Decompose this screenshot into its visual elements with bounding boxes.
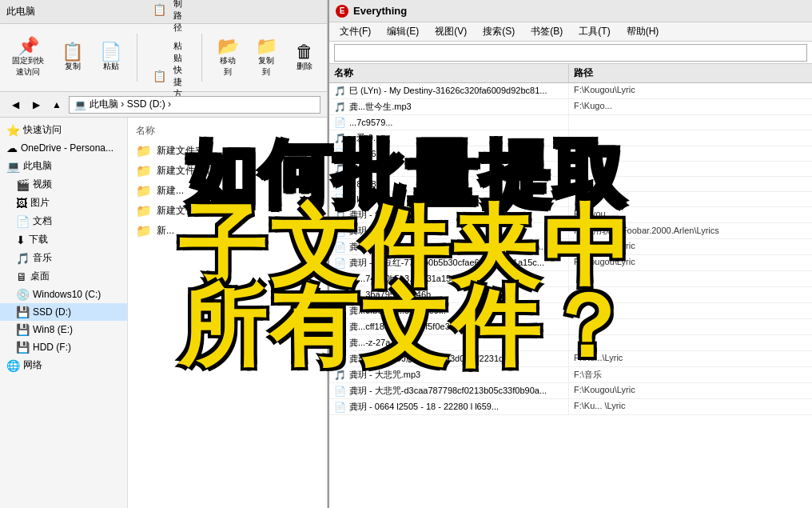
sidebar-item-downloads[interactable]: ⬇ 下载 — [0, 230, 127, 249]
copy-button[interactable]: 📋 复制 — [57, 39, 89, 76]
table-row[interactable]: 🎵龚玥 - 红豆红.mp3 F:\...you — [329, 207, 812, 223]
table-row[interactable]: 📄龚...-z-27a... — [329, 335, 812, 351]
sidebar-item-e-drive[interactable]: 💾 Win8 (E:) — [0, 321, 127, 338]
row-path — [569, 115, 812, 130]
copy-path-button[interactable]: 📋 复制路径 — [147, 0, 193, 36]
file-name: 新建... — [157, 184, 184, 198]
table-row[interactable]: 📄龚...9fb9863...54dd7e9... — [329, 303, 812, 319]
move-to-button[interactable]: 📂 移动到 — [212, 34, 244, 82]
delete-button[interactable]: 🗑 删除 — [289, 39, 320, 76]
table-row[interactable]: 📄...le.lrc — [329, 192, 812, 207]
table-row[interactable]: 🎵巳 (LYn) - My Destiny-31626c320fa6009d92… — [329, 83, 812, 99]
row-name: 📄龚玥 - 大悲咒-d3caa787798cf0213b05c33f0b90a.… — [329, 383, 569, 398]
file-item-3[interactable]: 📁 新建... — [131, 181, 324, 201]
file-type-icon: 🎵 — [334, 354, 346, 365]
row-name: 📄...8dd89... — [329, 177, 569, 191]
row-path: F:\Kougou\Lyric — [569, 239, 812, 254]
file-name: 新建文件夹 (2) — [157, 164, 219, 178]
menu-tools[interactable]: 工具(T) — [571, 22, 617, 41]
documents-icon: 📄 — [16, 215, 30, 228]
row-name: 🎵龚...世今生.mp3 — [329, 99, 569, 114]
move-to-label: 移动到 — [217, 55, 238, 78]
up-button[interactable]: ▲ — [48, 96, 66, 114]
file-item-2[interactable]: 📁 新建文件夹 (2) — [131, 161, 324, 181]
table-row[interactable]: 🎵...爱-0... — [329, 130, 812, 146]
sidebar-item-pictures[interactable]: 🖼 图片 — [0, 194, 127, 212]
table-row[interactable]: 📄龚...cff18c931...d78f5f0e37... — [329, 319, 812, 335]
sidebar-item-desktop[interactable]: 🖥 桌面 — [0, 267, 127, 286]
row-name: 📄...le.lrc — [329, 192, 569, 206]
explorer-body: ⭐ 快速访问 ☁ OneDrive - Persona... 💻 此电脑 🎬 视… — [0, 118, 327, 508]
table-header: 名称 路径 — [329, 64, 812, 83]
file-name: 新建文件夹... — [157, 204, 213, 218]
row-name: 📄龚玥 - 红豆红-7741b0b5b30cfae66cb3ad31a15c..… — [329, 255, 569, 270]
row-path — [569, 192, 812, 206]
table-row[interactable]: 📄...7c9579... — [329, 115, 812, 130]
row-name: 🎵巳 (LYn) - My Destiny-31626c320fa6009d92… — [329, 83, 569, 98]
row-path: F:\Kougou\Lyric — [569, 255, 812, 270]
row-name: 📄龚玥 - 0664 l2505 - 18 - 22280 l l659... — [329, 399, 569, 414]
back-button[interactable]: ◀ — [6, 96, 24, 114]
row-name: 🎵龚玥 - 好歌(DJ版)-314eed3d0b...f2231d... — [329, 351, 569, 366]
sidebar-item-documents[interactable]: 📄 文档 — [0, 212, 127, 230]
sidebar-item-thispc[interactable]: 💻 此电脑 — [0, 157, 127, 175]
table-row[interactable]: 📄龚...3ba7955c...b46b... — [329, 287, 812, 303]
copy-to-button[interactable]: 📁 复制到 — [250, 34, 282, 82]
table-row[interactable]: 🎵龚玥 - 好歌(DJ版)-314eed3d0b...f2231d... F:\… — [329, 351, 812, 367]
table-row[interactable]: 📄龚玥 - 大悲咒-d3caa787798cf0213b05c33f0b90a.… — [329, 383, 812, 399]
sidebar-item-c-drive[interactable]: 💿 Windows10 (C:) — [0, 286, 127, 303]
table-row[interactable]: 🎵龚...世今生.mp3 F:\Kugo... — [329, 99, 812, 115]
menu-help[interactable]: 帮助(H) — [619, 22, 667, 41]
file-item-5[interactable]: 📁 新... — [131, 221, 324, 241]
table-row[interactable]: 📄龚玥 - 红豆红-7741b0b5b30cfae66cb3ad31a15c..… — [329, 255, 812, 271]
sidebar-item-f-drive[interactable]: 💾 HDD (F:) — [0, 338, 127, 356]
paste-button[interactable]: 📄 粘贴 — [95, 39, 127, 76]
folder-icon: 📁 — [136, 223, 152, 238]
paste-label: 粘贴 — [103, 61, 119, 72]
file-item-4[interactable]: 📁 新建文件夹... — [131, 201, 324, 221]
menu-search[interactable]: 搜索(S) — [476, 22, 522, 41]
table-row[interactable]: 📄龚玥 - 0664 l2505 - 18 - 22280 l l659... … — [329, 399, 812, 415]
menu-file[interactable]: 文件(F) — [332, 22, 378, 41]
ribbon-divider-1 — [137, 34, 137, 82]
f-drive-icon: 💾 — [16, 341, 30, 354]
menu-bookmarks[interactable]: 书签(B) — [523, 22, 570, 41]
col-header-name[interactable]: 名称 — [329, 64, 569, 82]
desktop-icon: 🖥 — [16, 270, 27, 283]
row-path — [569, 319, 812, 334]
e-drive-icon: 💾 — [16, 323, 30, 336]
table-row[interactable]: 📄...8dd89... — [329, 177, 812, 192]
sidebar-item-d-drive[interactable]: 💾 SSD (D:) — [0, 303, 127, 321]
file-item-1[interactable]: 📁 新建文件夹 — [131, 141, 324, 161]
row-name: 📄龚...9fb9863...54dd7e9... — [329, 303, 569, 318]
menu-edit[interactable]: 编辑(E) — [380, 22, 426, 41]
row-name: 📄龚玥 - 红豆红.lrc — [329, 223, 569, 238]
sidebar-item-label: HDD (F:) — [33, 342, 71, 353]
music-icon: 🎵 — [16, 252, 30, 265]
pin-button[interactable]: 📌 固定到快 速访问 — [6, 34, 50, 82]
search-input[interactable] — [334, 44, 807, 62]
sidebar-item-music[interactable]: 🎵 音乐 — [0, 249, 127, 267]
row-path: F:\Kougou\Lyric — [569, 83, 812, 98]
forward-button[interactable]: ▶ — [27, 96, 45, 114]
menu-view[interactable]: 视图(V) — [428, 22, 474, 41]
sidebar-item-onedrive[interactable]: ☁ OneDrive - Persona... — [0, 139, 127, 157]
sidebar-item-network[interactable]: 🌐 网络 — [0, 356, 127, 374]
address-bar[interactable]: 💻 此电脑 › SSD (D:) › — [69, 96, 320, 114]
row-name: 📄龚...cff18c931...d78f5f0e37... — [329, 319, 569, 334]
sidebar-item-quickaccess[interactable]: ⭐ 快速访问 — [0, 121, 127, 139]
everything-logo: E — [336, 5, 348, 18]
table-row[interactable]: 🎵龚玥 - 大悲咒.mp3 F:\音乐 — [329, 367, 812, 383]
table-row[interactable]: 🎵龚...741b0b5b3...ad31a15c... — [329, 271, 812, 287]
network-icon: 🌐 — [6, 359, 20, 372]
table-row[interactable]: 📄...aab67... — [329, 146, 812, 162]
col-header-path[interactable]: 路径 — [569, 64, 812, 82]
table-row[interactable]: 📄龚玥 - 红豆红.lrc F:\使用软件\Foobar.2000.Arlen\… — [329, 223, 812, 239]
file-type-icon: 📄 — [334, 178, 346, 190]
sidebar-item-label: 网络 — [23, 358, 42, 372]
table-row[interactable]: 🎵....mp3 — [329, 162, 812, 177]
table-row[interactable]: 📄龚玥 - 红豆红-a87d9a7272d3582f40fd69f9fa713.… — [329, 239, 812, 255]
sidebar-item-video[interactable]: 🎬 视频 — [0, 175, 127, 194]
row-name: 📄...7c9579... — [329, 115, 569, 130]
file-type-icon: 📄 — [334, 338, 346, 349]
